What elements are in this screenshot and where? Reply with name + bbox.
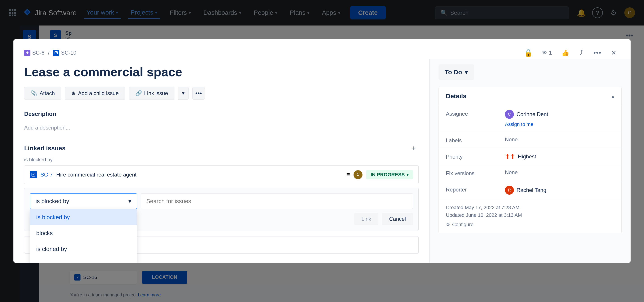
labels-value[interactable]: None [505,136,614,143]
details-section-header[interactable]: Details ▴ [439,87,622,105]
link-issue-button[interactable]: 🔗 Link issue [129,87,175,100]
dropdown-item-is-cloned-by[interactable]: is cloned by [30,241,137,257]
cancel-link-button[interactable]: Cancel [382,213,413,225]
is-blocked-by-label: is blocked by [24,157,418,163]
current-issue-key: SC-10 [61,50,76,56]
watch-icon: 👁 [542,50,547,56]
assignee-value: C Corinne Dent [505,110,548,119]
status-chevron-icon: ▾ [465,68,468,76]
thumbsup-button[interactable]: 👍 [559,46,572,59]
description-placeholder[interactable]: Add a description... [24,121,418,134]
reporter-name: Rachel Tang [516,187,546,193]
link-type-chevron-icon: ▾ [128,198,131,205]
parent-issue-key: SC-6 [32,50,44,56]
plus-icon: + [412,144,416,152]
link-type-select: is blocked by ▾ is blocked by blocks is … [30,193,137,209]
reporter-row: Reporter R Rachel Tang [439,181,622,199]
linked-issue-row: SC-7 Hire commercial real estate agent ≡… [24,165,418,184]
dropdown-item-blocks[interactable]: blocks [30,225,137,241]
dropdown-chevron-icon: ▾ [182,90,184,96]
details-collapse-icon: ▴ [612,93,614,99]
lock-icon-button[interactable]: 🔒 [522,46,535,59]
attach-button[interactable]: 📎 Attach [24,87,61,100]
modal-body: Lease a commercial space 📎 Attach ⊕ Add … [14,59,630,262]
updated-timestamp: Updated June 10, 2022 at 3:13 AM [446,212,614,218]
priority-row: Priority ⬆⬆ Highest [439,148,622,165]
link-icon: 🔗 [135,90,142,96]
details-title: Details [446,92,466,100]
add-child-issue-button[interactable]: ⊕ Add a child issue [65,87,125,100]
link-submit-button[interactable]: Link [354,213,378,225]
assignee-label: Assignee [446,110,500,117]
labels-label: Labels [446,136,500,144]
linked-issue-key[interactable]: SC-7 [40,172,53,178]
priority-equal-icon: ≡ [346,171,350,178]
linked-issues-title: Linked issues [24,145,66,152]
status-dropdown-button[interactable]: To Do ▾ [438,64,474,80]
assignee-name: Corinne Dent [516,111,548,118]
fix-versions-label: Fix versions [446,169,500,176]
paperclip-icon: 📎 [31,90,37,96]
close-button[interactable]: ✕ [607,46,620,59]
issue-modal: SC-6 / SC-10 🔒 👁 1 [14,39,630,262]
fix-versions-value[interactable]: None [505,169,614,176]
priority-indicator: ≡ [346,171,350,178]
breadcrumb-parent[interactable]: SC-6 [24,50,44,56]
link-form: is blocked by ▾ is blocked by blocks is … [24,188,418,231]
more-icon: ••• [594,49,601,56]
linked-issue-summary: Hire commercial real estate agent [56,172,343,178]
configure-button[interactable]: ⚙ Configure [446,222,614,228]
assignee-row: Assignee C Corinne Dent Assign to me [439,105,622,132]
reporter-value: R Rachel Tang [505,186,614,194]
created-timestamp: Created May 17, 2022 at 7:28 AM [446,205,614,210]
current-issue-icon [53,50,59,56]
watch-count: 1 [549,50,552,56]
timestamps: Created May 17, 2022 at 7:28 AM Updated … [439,199,622,233]
modal-right-panel: To Do ▾ Details ▴ Assignee C [429,59,630,262]
action-buttons: 📎 Attach ⊕ Add a child issue 🔗 Link issu… [24,87,418,100]
modal-actions: 🔒 👁 1 👍 ⤴ ••• ✕ [522,46,620,59]
dropdown-item-is-blocked-by[interactable]: is blocked by [30,210,137,225]
status-chevron-icon: ▾ [406,172,408,177]
issue-title: Lease a commercial space [24,64,418,80]
assignee-avatar: C [505,110,514,119]
modal-header: SC-6 / SC-10 🔒 👁 1 [14,39,630,59]
modal-overlay: SC-6 / SC-10 🔒 👁 1 [0,0,644,302]
reporter-avatar: R [505,186,514,194]
details-section: Details ▴ Assignee C Corinne Dent Assign… [438,87,622,233]
link-issue-dropdown-button[interactable]: ▾ [178,87,189,100]
child-issue-icon: ⊕ [71,90,76,96]
parent-issue-icon [24,50,30,56]
configure-gear-icon: ⚙ [446,222,450,228]
breadcrumb: SC-6 / SC-10 [24,50,76,56]
priority-value[interactable]: ⬆⬆ Highest [505,153,614,160]
more-actions-button[interactable]: ••• [192,87,205,100]
share-button[interactable]: ⤴ [575,46,588,59]
assign-to-me-link[interactable]: Assign to me [505,122,548,127]
breadcrumb-separator: / [48,50,50,56]
status-label: To Do [445,69,462,76]
assignee-avatar-small: C [354,170,362,179]
link-type-dropdown-menu: is blocked by blocks is cloned by clones [30,209,137,263]
issue-search-input[interactable] [141,193,413,209]
dropdown-item-clones[interactable]: clones [30,257,137,263]
add-linked-issue-button[interactable]: + [409,144,418,153]
linked-issues-header: Linked issues + [24,144,418,153]
breadcrumb-current[interactable]: SC-10 [53,50,76,56]
status-badge-in-progress[interactable]: IN PROGRESS ▾ [366,170,413,180]
link-form-row: is blocked by ▾ is blocked by blocks is … [30,193,413,209]
assignee-value-container: C Corinne Dent Assign to me [505,110,548,127]
more-options-button[interactable]: ••• [591,46,604,59]
priority-highest-icon: ⬆⬆ [505,153,515,160]
fix-versions-row: Fix versions None [439,165,622,181]
priority-label: Priority [446,153,500,160]
watch-button[interactable]: 👁 1 [538,48,556,58]
modal-left-content: Lease a commercial space 📎 Attach ⊕ Add … [14,59,429,262]
labels-row: Labels None [439,132,622,148]
link-type-dropdown-button[interactable]: is blocked by ▾ [30,193,137,209]
ellipsis-icon: ••• [196,90,202,97]
description-label: Description [24,110,418,118]
issue-type-icon [30,171,37,178]
selected-link-type: is blocked by [36,198,69,205]
reporter-label: Reporter [446,186,500,193]
